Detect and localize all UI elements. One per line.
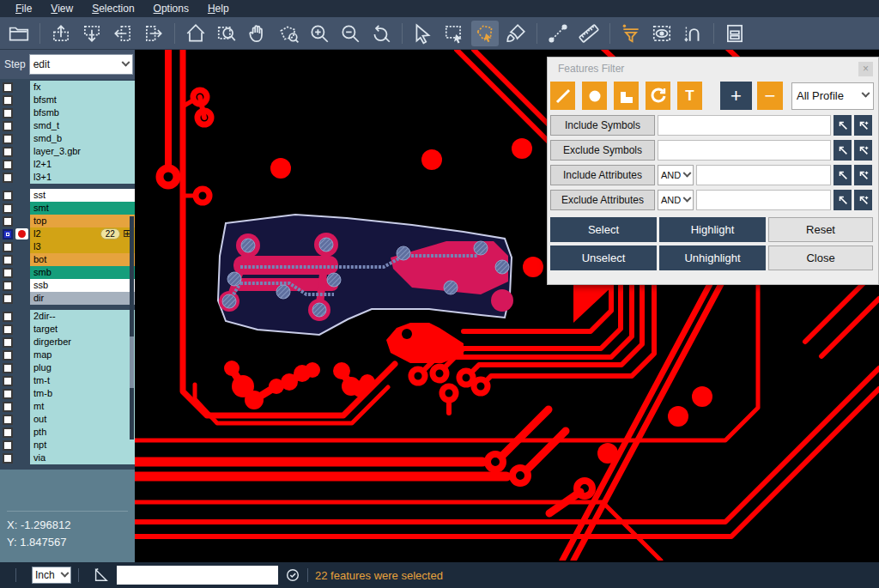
pan-down-button[interactable] [78, 21, 106, 46]
close-button[interactable]: Close [768, 246, 873, 270]
layer-row-bot[interactable]: bot [0, 253, 135, 266]
layer-row-sst[interactable]: sst [0, 189, 135, 202]
layer-row-smd_b[interactable]: smd_b [0, 132, 135, 145]
layer-row-mt[interactable]: mt [0, 400, 135, 413]
pick-arrow-button[interactable] [834, 140, 852, 161]
pan-up-button[interactable] [47, 21, 75, 46]
layer-visibility-checkbox[interactable] [3, 147, 13, 157]
layer-indicator-slot[interactable] [15, 172, 28, 183]
operator-select[interactable]: AND [658, 190, 694, 210]
layer-color-block[interactable]: npt [30, 439, 135, 452]
layer-row-top[interactable]: top [0, 215, 135, 227]
layer-indicator-slot[interactable] [15, 452, 28, 464]
include-symbols-button[interactable]: Include Symbols [550, 115, 655, 136]
layer-visibility-checkbox[interactable] [3, 363, 13, 373]
pick-add-arrow-button[interactable] [854, 115, 872, 136]
layer-color-block[interactable]: bfsmt [30, 94, 135, 106]
layer-indicator-slot[interactable] [15, 375, 28, 386]
text-filter-button[interactable]: T [677, 82, 702, 110]
dialog-titlebar[interactable]: Features Filter × [548, 58, 878, 80]
layer-visibility-checkbox[interactable] [3, 216, 13, 227]
layer-row-smt[interactable]: smt [0, 202, 135, 215]
layer-visibility-checkbox[interactable] [3, 440, 13, 451]
layer-visibility-checkbox[interactable] [3, 281, 13, 291]
layer-visibility-checkbox[interactable] [3, 108, 13, 118]
layer-color-block[interactable]: out [30, 413, 135, 426]
select-polygon-button[interactable] [471, 21, 499, 46]
arcs-filter-button[interactable] [646, 82, 670, 110]
snap-angle-icon[interactable] [93, 567, 108, 583]
zoom-polygon-button[interactable] [275, 21, 302, 46]
layer-row-l3[interactable]: l3 [0, 240, 135, 253]
measure-distance-button[interactable] [544, 21, 572, 46]
layer-color-block[interactable]: dirgerber [30, 336, 135, 349]
exclude-symbols-button[interactable]: Exclude Symbols [550, 140, 655, 161]
reset-button[interactable]: Reset [768, 217, 873, 242]
layer-indicator-slot[interactable] [15, 401, 28, 412]
snap-mode-button[interactable] [679, 21, 706, 46]
layer-indicator-slot[interactable] [15, 159, 28, 170]
layer-visibility-checkbox[interactable] [3, 173, 13, 183]
layer-row-ssb[interactable]: ssb [0, 279, 135, 292]
layer-row-bfsmt[interactable]: bfsmt [0, 94, 135, 106]
layer-indicator-slot[interactable] [15, 267, 28, 278]
layer-visibility-checkbox[interactable] [3, 191, 13, 201]
layer-indicator-slot[interactable] [15, 254, 28, 265]
select-rectangle-button[interactable] [440, 21, 468, 46]
pick-arrow-button[interactable] [834, 115, 852, 136]
layer-visibility-checkbox[interactable] [3, 229, 13, 239]
layer-indicator-slot[interactable] [15, 324, 28, 335]
layer-indicator-slot[interactable] [15, 427, 28, 438]
home-view-button[interactable] [182, 21, 209, 46]
layer-row-pth[interactable]: pth [0, 426, 135, 439]
refresh-icon[interactable] [285, 567, 300, 583]
exclude-attributes-button[interactable]: Exclude Attributes [550, 190, 655, 210]
layer-visibility-checkbox[interactable] [3, 95, 13, 106]
layer-visibility-checkbox[interactable] [3, 427, 13, 438]
layer-row-out[interactable]: out [0, 413, 135, 426]
layer-color-block[interactable]: l2+1 [30, 158, 135, 171]
pick-add-arrow-button[interactable] [854, 190, 872, 210]
layer-visibility-checkbox[interactable] [3, 453, 13, 464]
scrollbar-thumb[interactable] [130, 336, 134, 388]
layer-row-bfsmb[interactable]: bfsmb [0, 106, 135, 119]
layer-color-block[interactable]: bfsmb [30, 106, 135, 119]
units-select[interactable]: Inch [32, 567, 71, 584]
layer-visibility-checkbox[interactable] [3, 294, 13, 304]
exclude-symbols-input[interactable] [658, 140, 831, 161]
report-list-button[interactable] [721, 21, 749, 46]
pick-arrow-button[interactable] [834, 165, 852, 185]
layer-indicator-slot[interactable] [15, 190, 28, 201]
layer-visibility-checkbox[interactable] [3, 337, 13, 348]
layer-visibility-checkbox[interactable] [3, 255, 13, 265]
layer-indicator-slot[interactable] [15, 120, 28, 131]
layer-indicator-slot[interactable] [15, 241, 28, 252]
layer-color-block[interactable]: target [30, 323, 135, 336]
lines-filter-button[interactable] [550, 82, 575, 110]
layer-indicator-slot[interactable] [15, 203, 28, 214]
layer-indicator-slot[interactable] [15, 94, 28, 106]
layer-indicator-slot[interactable] [15, 280, 28, 291]
exclude-attributes-input[interactable] [696, 190, 831, 210]
layer-row-fx[interactable]: fx [0, 81, 135, 94]
layer-row-smd_t[interactable]: smd_t [0, 119, 135, 132]
command-input[interactable] [117, 566, 278, 585]
layer-indicator-slot[interactable] [15, 439, 28, 451]
select-cursor-button[interactable] [409, 21, 437, 46]
active-layer-indicator[interactable] [15, 228, 28, 239]
layer-indicator-slot[interactable] [15, 349, 28, 361]
pan-left-button[interactable] [109, 21, 136, 46]
include-attributes-button[interactable]: Include Attributes [550, 165, 655, 185]
pan-hand-button[interactable] [244, 21, 271, 46]
surfaces-filter-button[interactable] [614, 82, 639, 110]
menu-item-view[interactable]: View [42, 1, 82, 16]
highlight-button[interactable]: Highlight [659, 217, 766, 242]
layer-color-block[interactable]: dir [30, 292, 135, 305]
menu-item-options[interactable]: Options [145, 1, 197, 16]
layer-color-block[interactable]: tm-b [30, 387, 135, 400]
remove-filter-button[interactable]: − [757, 82, 783, 110]
layer-visibility-checkbox[interactable] [3, 134, 13, 144]
paint-brush-button[interactable] [502, 21, 530, 46]
layer-color-block[interactable]: ssb [30, 279, 135, 292]
zoom-previous-button[interactable] [367, 21, 395, 46]
